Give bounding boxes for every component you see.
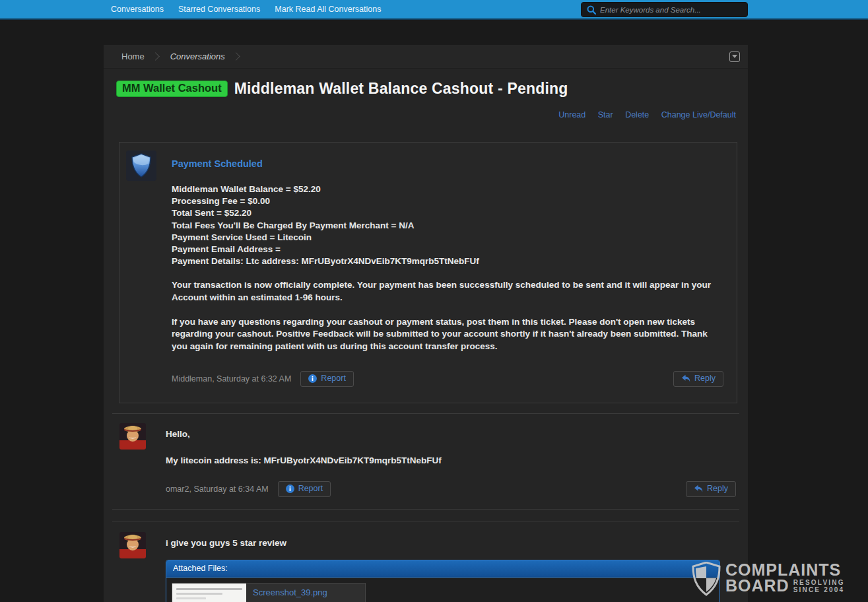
attached-files-header: Attached Files: bbox=[166, 560, 719, 578]
attachment-info: Screenshot_39.png File size: 46.5 KB Vie… bbox=[246, 584, 365, 602]
detail-line: Payment Service Used = Litecoin bbox=[172, 232, 723, 244]
attached-files-body: Screenshot_39.png File size: 46.5 KB Vie… bbox=[166, 578, 719, 602]
post-heading-link[interactable]: Payment Scheduled bbox=[172, 158, 723, 169]
detail-line: Middleman Wallet Balance = $52.20 bbox=[172, 184, 723, 195]
post-omar2-wrapper: Hello, My litecoin address is: MFrUByotr… bbox=[112, 413, 739, 510]
post-omar2: Hello, My litecoin address is: MFrUByotr… bbox=[112, 413, 739, 509]
reply-arrow-icon bbox=[694, 485, 703, 493]
top-navigation-bar: Conversations Starred Conversations Mark… bbox=[0, 0, 868, 20]
report-button[interactable]: Report bbox=[278, 481, 331, 497]
chevron-down-icon bbox=[732, 55, 737, 58]
thumbnail-content-line bbox=[176, 597, 206, 599]
post-paragraph: My litecoin address is: MFrUByotrX4NDvEi… bbox=[166, 455, 736, 467]
post-meta: Middleman, Saturday at 6:32 AM bbox=[172, 374, 291, 384]
thread-title-row: MM Wallet Cashout Middleman Wallet Balan… bbox=[104, 69, 748, 98]
search-box[interactable] bbox=[581, 2, 748, 17]
detail-line: Payment Details: Ltc address: MFrUByotrX… bbox=[172, 255, 723, 267]
delete-link[interactable]: Delete bbox=[625, 110, 649, 119]
report-label: Report bbox=[298, 484, 323, 494]
post-content: i give you guys 5 star review Attached F… bbox=[166, 532, 736, 602]
nav-conversations[interactable]: Conversations bbox=[111, 5, 164, 14]
reply-button[interactable]: Reply bbox=[686, 481, 736, 497]
quick-navigation-button[interactable] bbox=[729, 51, 740, 62]
attachment-card: Screenshot_39.png File size: 46.5 KB Vie… bbox=[172, 583, 366, 602]
detail-line: Total Sent = $52.20 bbox=[172, 207, 723, 219]
reply-button[interactable]: Reply bbox=[673, 371, 723, 387]
change-live-default-link[interactable]: Change Live/Default bbox=[661, 110, 736, 119]
star-link[interactable]: Star bbox=[598, 110, 613, 119]
detail-line: Processing Fee = $0.00 bbox=[172, 195, 723, 207]
user-avatar-icon bbox=[119, 532, 146, 558]
avatar[interactable] bbox=[126, 150, 156, 181]
thread-actions: Unread Star Delete Change Live/Default bbox=[104, 98, 748, 120]
detail-line: Payment Email Address = bbox=[172, 244, 723, 255]
post-review: i give you guys 5 star review Attached F… bbox=[112, 521, 739, 602]
breadcrumb: Home Conversations bbox=[104, 45, 748, 69]
report-button[interactable]: Report bbox=[300, 371, 354, 387]
post-footer: omar2, Saturday at 6:34 AM Report bbox=[166, 481, 736, 497]
watermark-tagline: RESOLVING SINCE 2004 bbox=[793, 578, 845, 593]
chevron-right-icon bbox=[232, 52, 240, 61]
info-icon bbox=[286, 485, 294, 493]
shield-icon bbox=[131, 153, 152, 178]
user-avatar-icon bbox=[119, 423, 146, 450]
post-paragraph: Your transaction is now officially compl… bbox=[172, 279, 723, 304]
search-input[interactable] bbox=[600, 6, 742, 14]
reply-label: Reply bbox=[694, 374, 716, 384]
thread-prefix-badge[interactable]: MM Wallet Cashout bbox=[116, 81, 228, 97]
search-icon bbox=[587, 5, 596, 15]
payment-details-block: Middleman Wallet Balance = $52.20 Proces… bbox=[172, 184, 723, 267]
post-footer: Middleman, Saturday at 6:32 AM Report Re… bbox=[172, 371, 723, 387]
avatar[interactable] bbox=[119, 423, 146, 450]
page-title: Middleman Wallet Balance Cashout - Pendi… bbox=[234, 80, 568, 98]
attached-files-box: Attached Files: Screenshot_39.png bbox=[166, 560, 720, 602]
reply-label: Reply bbox=[707, 484, 728, 494]
watermark-tagline-bottom: SINCE 2004 bbox=[793, 586, 845, 593]
detail-line: Total Fees You'll Be Charged By Payment … bbox=[172, 220, 723, 232]
post-content: Hello, My litecoin address is: MFrUByotr… bbox=[166, 423, 736, 497]
thumbnail-content-line bbox=[176, 593, 222, 595]
post-paragraph: i give you guys 5 star review bbox=[166, 537, 736, 549]
content-column: Home Conversations MM Wallet Cashout Mid… bbox=[104, 45, 748, 602]
report-label: Report bbox=[321, 374, 346, 384]
attachment-filename-link[interactable]: Screenshot_39.png bbox=[253, 587, 358, 597]
nav-starred-conversations[interactable]: Starred Conversations bbox=[178, 5, 260, 14]
thumbnail-content-line bbox=[176, 588, 242, 590]
post-meta: omar2, Saturday at 6:34 AM bbox=[166, 485, 269, 494]
chevron-right-icon bbox=[151, 52, 160, 61]
attachment-thumbnail[interactable] bbox=[172, 584, 246, 602]
post-paragraph: If you have any questions regarding your… bbox=[172, 316, 723, 353]
info-icon bbox=[308, 374, 317, 383]
post-payment-scheduled: Payment Scheduled Middleman Wallet Balan… bbox=[119, 142, 737, 403]
breadcrumb-current: Conversations bbox=[164, 51, 232, 61]
nav-mark-read-all[interactable]: Mark Read All Conversations bbox=[275, 5, 381, 14]
unread-link[interactable]: Unread bbox=[558, 110, 585, 119]
watermark-tagline-top: RESOLVING bbox=[793, 579, 845, 586]
reply-arrow-icon bbox=[681, 374, 690, 383]
breadcrumb-home[interactable]: Home bbox=[115, 51, 151, 61]
avatar[interactable] bbox=[119, 532, 146, 558]
post-content: Payment Scheduled Middleman Wallet Balan… bbox=[172, 150, 723, 387]
post-paragraph: Hello, bbox=[166, 428, 736, 440]
